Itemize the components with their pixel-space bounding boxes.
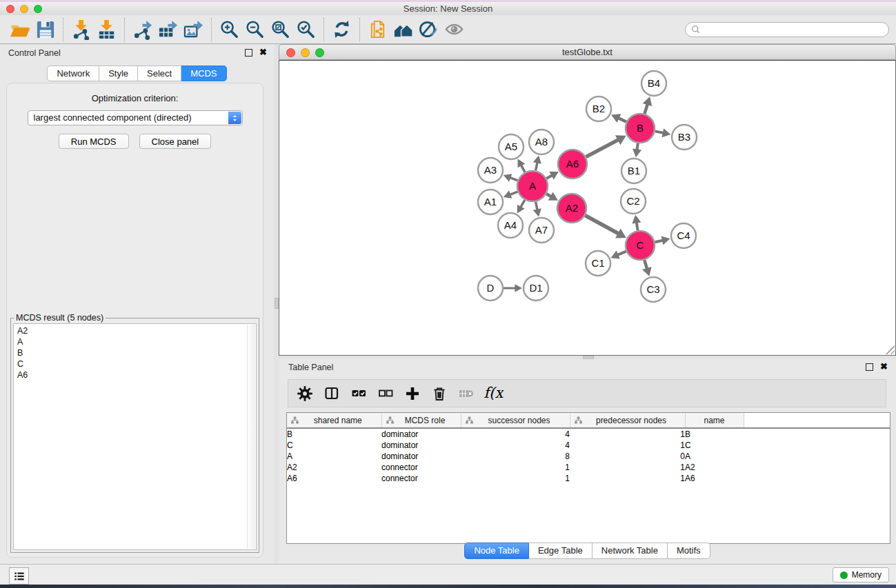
run-mcds-button[interactable]: Run MCDS [59, 134, 129, 149]
tab-style[interactable]: Style [99, 65, 138, 81]
table-cell[interactable]: 8 [461, 451, 570, 462]
table-row[interactable]: Cdominator41C [287, 440, 890, 451]
table-cell[interactable]: dominator [381, 440, 461, 451]
node-A7[interactable]: A7 [529, 218, 554, 243]
table-row[interactable]: A2connector11A2 [287, 462, 890, 473]
tab-edge-table[interactable]: Edge Table [529, 543, 593, 559]
node-A5[interactable]: A5 [499, 134, 524, 159]
node-C1[interactable]: C1 [586, 251, 610, 276]
open-file-button[interactable] [7, 17, 32, 42]
minimize-window-button[interactable] [20, 5, 28, 13]
table-cell[interactable]: dominator [381, 451, 461, 462]
mcds-result-item[interactable]: B [14, 347, 256, 358]
table-cell[interactable]: A [287, 451, 381, 462]
table-cell[interactable]: B [685, 428, 744, 440]
close-window-button[interactable] [6, 5, 14, 13]
column-header-predecessor-nodes[interactable]: predecessor nodes [570, 413, 685, 428]
tab-network-table[interactable]: Network Table [593, 543, 668, 559]
zoom-in-button[interactable] [217, 17, 242, 42]
export-image-button[interactable] [181, 17, 206, 42]
search-input[interactable] [704, 24, 883, 35]
export-table-button[interactable] [155, 17, 181, 42]
node-A6[interactable]: A6 [558, 150, 587, 179]
zoom-out-button[interactable] [242, 17, 268, 42]
vertical-splitter[interactable] [274, 44, 279, 564]
home-button[interactable] [390, 17, 416, 42]
float-panel-icon[interactable] [245, 49, 252, 57]
mcds-result-item[interactable]: C [14, 358, 256, 369]
node-B2[interactable]: B2 [586, 97, 611, 121]
float-panel-icon[interactable] [866, 363, 873, 371]
table-cell[interactable]: 1 [461, 462, 570, 473]
table-cell[interactable]: connector [381, 473, 461, 484]
tab-network[interactable]: Network [47, 65, 99, 81]
mcds-result-item[interactable]: A6 [14, 369, 256, 381]
import-network-button[interactable] [68, 17, 94, 42]
table-cell[interactable]: B [287, 428, 381, 440]
network-close-button[interactable] [286, 48, 295, 57]
task-history-button[interactable] [9, 567, 29, 585]
mcds-result-list[interactable]: A2ABCA6 [13, 323, 257, 550]
mcds-result-item[interactable]: A [14, 336, 256, 347]
select-all-button[interactable] [350, 385, 368, 403]
hide-labels-button[interactable] [416, 17, 441, 42]
edge-A6-B[interactable] [586, 139, 619, 157]
add-column-button[interactable] [404, 385, 421, 403]
result-scrollbar[interactable] [247, 325, 255, 549]
node-A1[interactable]: A1 [478, 190, 503, 214]
table-cell[interactable]: A6 [685, 473, 744, 484]
column-header-MCDS-role[interactable]: MCDS role [381, 413, 461, 428]
new-session-from-network-button[interactable] [365, 17, 390, 42]
node-C4[interactable]: C4 [671, 223, 696, 248]
node-D[interactable]: D [478, 276, 503, 301]
tab-mcds[interactable]: MCDS [181, 65, 226, 81]
column-header-shared-name[interactable]: shared name [287, 413, 381, 428]
table-cell[interactable]: dominator [381, 428, 461, 440]
table-cell[interactable]: A2 [287, 462, 381, 473]
zoom-selected-button[interactable] [293, 17, 319, 42]
zoom-fit-button[interactable] [268, 17, 293, 42]
delete-column-button[interactable] [430, 385, 448, 403]
close-panel-icon[interactable]: ✖ [880, 363, 888, 371]
table-cell[interactable]: C [685, 440, 744, 451]
node-A3[interactable]: A3 [478, 158, 503, 183]
show-graphics-details-button[interactable] [441, 17, 467, 42]
network-canvas[interactable]: AA1A2A3A4A5A6A7A8BB1B2B3B4CC1C2C3C4DD1 [279, 60, 896, 356]
edge-A2-C[interactable] [585, 216, 619, 234]
mcds-result-item[interactable]: A2 [14, 325, 256, 336]
network-window-titlebar[interactable]: testGlobe.txt [279, 44, 896, 60]
optimization-select[interactable]: largest connected component (directed) [28, 110, 243, 125]
close-panel-button[interactable]: Close panel [139, 134, 212, 149]
node-A[interactable]: A [517, 171, 548, 201]
settings-button[interactable] [296, 385, 314, 403]
tab-node-table[interactable]: Node Table [464, 543, 529, 559]
table-cell[interactable]: 1 [570, 473, 685, 484]
node-A8[interactable]: A8 [529, 130, 554, 154]
node-A2[interactable]: A2 [557, 194, 586, 223]
node-C[interactable]: C [626, 231, 655, 260]
close-panel-icon[interactable]: ✖ [259, 48, 267, 57]
table-cell[interactable]: 4 [461, 440, 570, 451]
node-A4[interactable]: A4 [498, 213, 523, 238]
column-header-successor-nodes[interactable]: successor nodes [461, 413, 570, 428]
table-cell[interactable]: 1 [570, 428, 685, 440]
table-row[interactable]: Bdominator41B [287, 428, 890, 440]
refresh-button[interactable] [329, 17, 355, 42]
table-cell[interactable]: A [685, 451, 744, 462]
table-cell[interactable]: A6 [287, 473, 381, 484]
node-B1[interactable]: B1 [621, 159, 646, 183]
table-cell[interactable]: 1 [570, 440, 685, 451]
tab-motifs[interactable]: Motifs [668, 543, 710, 559]
memory-button[interactable]: Memory [833, 567, 889, 582]
node-D1[interactable]: D1 [524, 276, 548, 301]
show-columns-button[interactable] [323, 385, 341, 403]
search-box[interactable] [685, 22, 889, 37]
table-cell[interactable]: A2 [685, 462, 744, 473]
export-network-button[interactable] [130, 17, 155, 42]
node-B3[interactable]: B3 [672, 125, 697, 150]
node-C3[interactable]: C3 [641, 277, 666, 302]
table-row[interactable]: Adominator80A [287, 451, 890, 462]
import-table-button[interactable] [94, 17, 119, 42]
table-cell[interactable]: connector [381, 462, 461, 473]
column-header-name[interactable]: name [685, 413, 744, 428]
